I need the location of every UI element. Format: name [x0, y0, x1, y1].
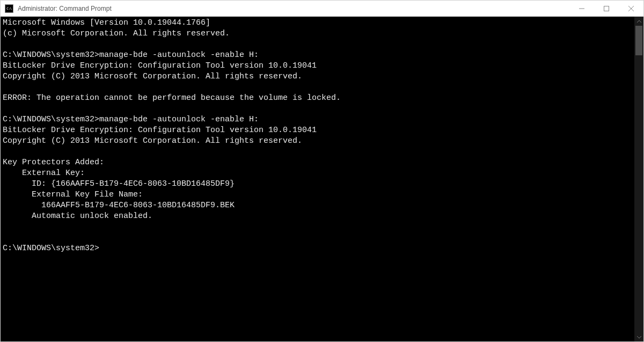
chevron-down-icon: [637, 336, 641, 338]
app-window: Administrator: Command Prompt Microsoft …: [0, 0, 644, 342]
scroll-up-button[interactable]: [634, 17, 643, 26]
vertical-scrollbar[interactable]: [634, 17, 643, 341]
maximize-icon: [604, 6, 609, 11]
svg-rect-1: [604, 6, 609, 11]
cmd-icon: [5, 4, 13, 13]
minimize-button[interactable]: [569, 1, 594, 16]
scroll-down-button[interactable]: [634, 332, 643, 341]
window-title: Administrator: Command Prompt: [17, 5, 569, 12]
scroll-track[interactable]: [634, 26, 643, 332]
titlebar[interactable]: Administrator: Command Prompt: [1, 1, 643, 17]
maximize-button[interactable]: [594, 1, 619, 16]
window-controls: [569, 1, 643, 16]
chevron-up-icon: [637, 20, 641, 23]
terminal-output[interactable]: Microsoft Windows [Version 10.0.19044.17…: [1, 17, 634, 341]
client-area: Microsoft Windows [Version 10.0.19044.17…: [1, 17, 643, 341]
close-button[interactable]: [619, 1, 643, 16]
close-icon: [628, 6, 634, 11]
minimize-icon: [579, 6, 584, 11]
scroll-thumb[interactable]: [635, 26, 642, 55]
